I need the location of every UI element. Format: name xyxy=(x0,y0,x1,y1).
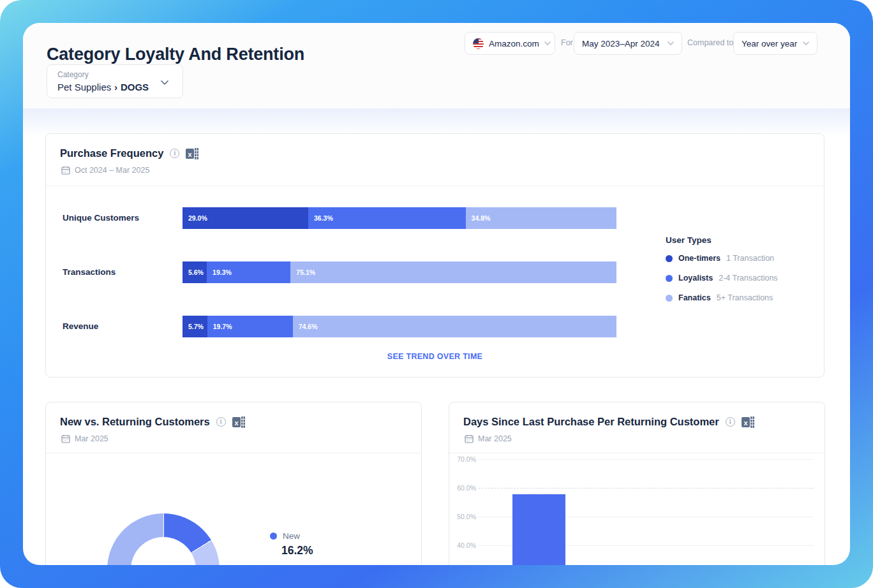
excel-export-icon[interactable]: x xyxy=(232,416,245,428)
site-dropdown-value: Amazon.com xyxy=(489,39,539,48)
bar-segment-one-timers[interactable]: 5.6% xyxy=(183,261,207,283)
chevron-down-icon xyxy=(668,41,674,45)
days-since-purchase-card: Days Since Last Purchase Per Returning C… xyxy=(449,402,825,565)
category-picker-value: Pet Supplies›DOGS xyxy=(57,82,149,92)
for-label: For xyxy=(561,38,573,47)
us-flag-icon xyxy=(473,38,484,49)
svg-text:x: x xyxy=(234,418,239,426)
bar-segment-loyalists[interactable]: 19.7% xyxy=(207,316,293,337)
comparison-dropdown[interactable]: Year over year xyxy=(733,32,817,55)
compared-to-label: Compared to xyxy=(687,38,733,47)
new-vs-returning-card: New vs. Returning Customers i x Mar 2025… xyxy=(45,402,422,565)
new-vs-returning-date: Mar 2025 xyxy=(75,434,108,443)
bar-segment-one-timers[interactable]: 5.7% xyxy=(183,316,207,337)
see-trend-link[interactable]: SEE TREND OVER TIME xyxy=(46,352,824,361)
chevron-down-icon xyxy=(803,41,809,45)
stacked-bar-revenue: 5.7% 19.7% 74.6% xyxy=(183,316,616,337)
legend-dot-icon xyxy=(666,275,673,282)
legend-item-fanatics: Fanatics 5+ Transactions xyxy=(666,293,819,302)
calendar-icon xyxy=(465,434,474,443)
legend-dot-icon xyxy=(270,533,277,540)
bar-segment-fanatics[interactable]: 75.1% xyxy=(290,261,616,283)
y-axis-tick: 70.0% xyxy=(454,455,476,463)
chevron-down-icon xyxy=(544,41,551,45)
bar-segment-loyalists[interactable]: 19.3% xyxy=(207,261,290,283)
legend-item-one-timers: One-timers 1 Transaction xyxy=(666,254,819,263)
bar-row-label: Unique Customers xyxy=(63,213,177,223)
bar-segment-fanatics[interactable]: 34.8% xyxy=(466,207,616,229)
calendar-icon xyxy=(61,434,70,443)
stacked-bar-transactions: 5.6% 19.3% 75.1% xyxy=(183,261,616,283)
filter-controls: Amazon.com For May 2023–Apr 2024 Compare… xyxy=(23,32,850,55)
chevron-down-icon xyxy=(161,80,168,85)
gridline-dashed xyxy=(479,488,814,489)
info-icon[interactable]: i xyxy=(726,417,735,427)
info-icon[interactable]: i xyxy=(170,149,179,158)
bar-segment-loyalists[interactable]: 36.3% xyxy=(308,207,466,229)
breadcrumb-separator: › xyxy=(114,82,117,92)
svg-text:x: x xyxy=(743,418,748,426)
days-since-purchase-date: Mar 2025 xyxy=(478,434,512,443)
new-vs-returning-title: New vs. Returning Customers xyxy=(60,416,210,428)
category-picker-label: Category xyxy=(57,70,89,79)
legend-title: User Types xyxy=(666,235,819,245)
purchase-frequency-card: Purchase Frequency i x Oct 2024 – Mar 20… xyxy=(45,133,824,378)
days-bar[interactable] xyxy=(512,494,565,565)
bar-segment-fanatics[interactable]: 74.6% xyxy=(293,316,616,337)
days-since-purchase-title: Days Since Last Purchase Per Returning C… xyxy=(463,416,719,428)
app-window: Category Loyalty And Retention Amazon.co… xyxy=(23,23,850,565)
bar-segment-one-timers[interactable]: 29.0% xyxy=(183,207,308,229)
legend-dot-icon xyxy=(666,255,673,262)
donut-chart[interactable] xyxy=(107,513,220,565)
date-range-dropdown[interactable]: May 2023–Apr 2024 xyxy=(574,32,682,55)
purchase-frequency-date-range: Oct 2024 – Mar 2025 xyxy=(75,166,149,175)
legend-dot-icon xyxy=(666,295,673,302)
donut-legend-name: New xyxy=(283,531,300,541)
category-picker[interactable]: Category Pet Supplies›DOGS xyxy=(47,64,183,98)
site-dropdown[interactable]: Amazon.com xyxy=(465,32,555,55)
stacked-bar-unique-customers: 29.0% 36.3% 34.8% xyxy=(183,207,616,229)
y-axis-tick: 40.0% xyxy=(454,541,476,549)
bar-row-label: Revenue xyxy=(63,321,177,331)
svg-text:x: x xyxy=(188,150,193,158)
divider xyxy=(46,186,824,186)
date-range-value: May 2023–Apr 2024 xyxy=(582,39,660,48)
bar-row-label: Transactions xyxy=(63,267,177,277)
info-icon[interactable]: i xyxy=(216,417,226,427)
y-axis-tick: 60.0% xyxy=(454,484,476,492)
excel-export-icon[interactable]: x xyxy=(742,416,754,428)
legend-item-loyalists: Loyalists 2-4 Transactions xyxy=(666,274,819,283)
app-frame: Category Loyalty And Retention Amazon.co… xyxy=(0,0,873,588)
excel-export-icon[interactable]: x xyxy=(186,148,198,159)
user-types-legend: User Types One-timers 1 Transaction Loya… xyxy=(666,235,819,313)
days-bar-chart: 70.0% 60.0% 50.0% 40.0% xyxy=(449,453,824,565)
calendar-icon xyxy=(61,166,70,175)
y-axis-tick: 50.0% xyxy=(454,513,476,520)
purchase-frequency-title: Purchase Frequency xyxy=(60,147,163,159)
comparison-value: Year over year xyxy=(742,39,797,48)
divider xyxy=(46,453,421,453)
donut-legend-value: 16.2% xyxy=(281,544,313,557)
gridline xyxy=(479,459,814,460)
